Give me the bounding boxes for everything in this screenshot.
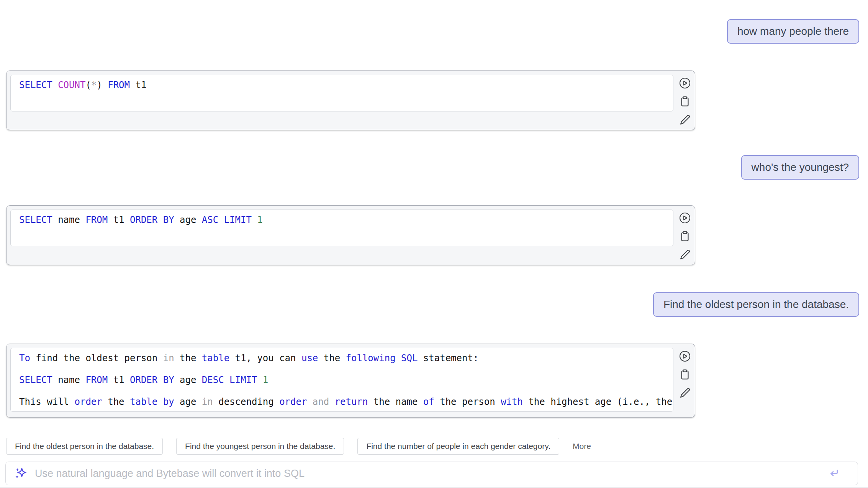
sql-response-block: To find the oldest person in the table t…	[6, 344, 695, 418]
suggestion-chip-row: Find the oldest person in the database. …	[6, 438, 595, 455]
submit-enter-icon[interactable]	[826, 466, 842, 481]
copy-icon[interactable]	[678, 95, 692, 108]
edit-pencil-icon[interactable]	[678, 248, 692, 262]
suggestion-chip[interactable]: Find the number of people in each gender…	[357, 438, 559, 455]
run-query-button[interactable]	[678, 349, 692, 363]
edit-pencil-icon[interactable]	[678, 386, 692, 400]
suggestion-chip[interactable]: Find the youngest person in the database…	[176, 438, 344, 455]
sql-response-block: SELECT COUNT(*) FROM t1	[6, 70, 695, 130]
sql-chat-panel: how many people there who's the youngest…	[0, 0, 868, 488]
code-line: SELECT name FROM t1 ORDER BY age DESC LI…	[19, 373, 673, 387]
ai-sparkle-icon	[13, 466, 29, 481]
edit-pencil-icon[interactable]	[678, 113, 692, 127]
code-line: SELECT name FROM t1 ORDER BY age ASC LIM…	[19, 213, 673, 227]
sql-response-block: SELECT name FROM t1 ORDER BY age ASC LIM…	[6, 205, 695, 265]
sql-block-toolbar	[676, 211, 693, 262]
bottom-divider	[0, 487, 868, 488]
sql-code-editor[interactable]: SELECT COUNT(*) FROM t1	[10, 75, 673, 111]
user-message-bubble: how many people there	[727, 19, 859, 44]
sql-code-editor[interactable]: To find the oldest person in the table t…	[10, 348, 673, 412]
copy-icon[interactable]	[678, 229, 692, 243]
code-line: SELECT COUNT(*) FROM t1	[19, 78, 673, 92]
copy-icon[interactable]	[678, 368, 692, 382]
user-message-bubble: who's the youngest?	[741, 155, 859, 180]
sql-block-toolbar	[676, 349, 693, 400]
user-message-bubble: Find the oldest person in the database.	[653, 292, 859, 317]
more-suggestions-button[interactable]: More	[569, 442, 595, 451]
suggestion-chip[interactable]: Find the oldest person in the database.	[6, 438, 163, 455]
natural-language-input[interactable]	[34, 467, 826, 480]
run-query-button[interactable]	[678, 211, 692, 225]
sql-block-toolbar	[676, 76, 693, 127]
code-line: To find the oldest person in the table t…	[19, 351, 673, 365]
code-line: This will order the table by age in desc…	[19, 395, 673, 409]
run-query-button[interactable]	[678, 76, 692, 90]
nl-to-sql-composer	[5, 462, 858, 485]
sql-code-editor[interactable]: SELECT name FROM t1 ORDER BY age ASC LIM…	[10, 210, 673, 246]
